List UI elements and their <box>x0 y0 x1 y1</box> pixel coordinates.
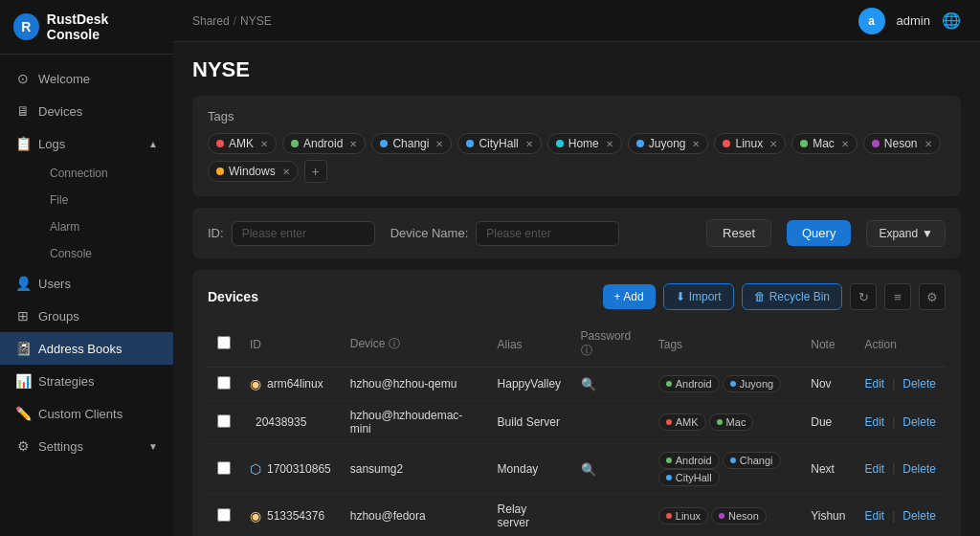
sidebar-item-custom-clients[interactable]: ✏️ Custom Clients <box>0 397 173 430</box>
tag-close-icon[interactable]: ✕ <box>349 139 357 149</box>
tag-windows[interactable]: Windows ✕ <box>208 161 299 182</box>
sidebar-item-address-books[interactable]: 📓 Address Books <box>0 332 173 365</box>
tag-close-icon[interactable]: ✕ <box>841 139 849 149</box>
row-checkbox[interactable] <box>217 376 231 390</box>
sidebar-item-users[interactable]: 👤 Users <box>0 267 173 300</box>
query-button[interactable]: Query <box>787 220 851 246</box>
tag-juyong[interactable]: Juyong ✕ <box>628 133 709 154</box>
os-icon: ◉ <box>250 508 261 524</box>
id-label: ID: <box>208 226 224 240</box>
import-button[interactable]: ⬇ Import <box>663 283 734 310</box>
sidebar-item-settings[interactable]: ⚙ Settings ▼ <box>0 430 173 462</box>
tag-dot <box>291 140 299 147</box>
expand-button[interactable]: Expand ▼ <box>866 220 946 247</box>
tag-amk[interactable]: AMK ✕ <box>208 133 277 154</box>
password-search-icon[interactable]: 🔍 <box>581 377 596 391</box>
tag-name: Mac <box>813 137 835 150</box>
device-hostname: sansumg2 <box>341 444 488 495</box>
tag-cityhall[interactable]: CityHall ✕ <box>457 133 541 154</box>
select-all-checkbox[interactable] <box>217 336 231 349</box>
tag-name: Home <box>568 137 599 150</box>
add-device-button[interactable]: + Add <box>603 284 656 309</box>
delete-link[interactable]: Delete <box>902 377 936 391</box>
delete-link[interactable]: Delete <box>902 462 936 476</box>
sidebar-item-welcome[interactable]: ⊙ Welcome <box>0 62 173 95</box>
row-checkbox[interactable] <box>217 461 231 475</box>
sidebar-item-label: Strategies <box>38 374 95 389</box>
app-logo: R <box>13 13 39 40</box>
sidebar-item-logs[interactable]: 📋 Logs ▲ <box>0 127 173 160</box>
language-icon[interactable]: 🌐 <box>942 11 961 30</box>
breadcrumb-sep: / <box>234 14 236 28</box>
columns-button[interactable]: ≡ <box>884 283 911 310</box>
tag-close-icon[interactable]: ✕ <box>435 139 443 149</box>
device-alias: Monday <box>488 444 571 495</box>
tag-close-icon[interactable]: ✕ <box>260 139 268 149</box>
tag-mac[interactable]: Mac ✕ <box>791 133 858 154</box>
device-actions: Edit | Delete <box>864 462 936 476</box>
tag-close-icon[interactable]: ✕ <box>924 139 932 149</box>
tag-dot <box>872 140 880 147</box>
device-tags: Android Changi CityHall <box>649 444 801 495</box>
reset-button[interactable]: Reset <box>706 219 771 247</box>
tag-name: AMK <box>229 137 254 150</box>
sidebar-item-console[interactable]: Console <box>38 240 173 267</box>
sidebar-item-groups[interactable]: ⊞ Groups <box>0 300 173 332</box>
row-checkbox[interactable] <box>217 508 231 522</box>
tag-home[interactable]: Home ✕ <box>547 133 622 154</box>
device-name-input[interactable] <box>476 221 619 246</box>
recycle-bin-icon: 🗑 <box>754 290 766 303</box>
password-search-icon[interactable]: 🔍 <box>581 462 596 477</box>
devices-icon: 🖥 <box>15 103 31 119</box>
tag-badge: Android <box>658 375 720 392</box>
strategies-icon: 📊 <box>15 373 31 389</box>
edit-link[interactable]: Edit <box>864 462 884 476</box>
sidebar-item-devices[interactable]: 🖥 Devices <box>0 95 173 127</box>
username-label: admin <box>897 13 930 28</box>
delete-link[interactable]: Delete <box>902 509 936 523</box>
sidebar-nav: ⊙ Welcome 🖥 Devices 📋 Logs ▲ Connection … <box>0 55 173 536</box>
address-books-icon: 📓 <box>15 341 31 356</box>
edit-link[interactable]: Edit <box>864 377 884 391</box>
tag-close-icon[interactable]: ✕ <box>282 167 290 177</box>
recycle-bin-button[interactable]: 🗑 Recycle Bin <box>742 283 842 310</box>
tag-close-icon[interactable]: ✕ <box>606 139 613 149</box>
table-row: ⬡ 1700310865 sansumg2 Monday 🔍 Android C… <box>208 444 946 495</box>
device-tags: Android Juyong <box>649 368 801 401</box>
device-id-value: 20438935 <box>256 415 306 429</box>
tag-android[interactable]: Android ✕ <box>282 133 366 154</box>
refresh-button[interactable]: ↻ <box>850 283 877 310</box>
tag-linux[interactable]: Linux ✕ <box>714 133 786 154</box>
tag-name: Changi <box>392 137 429 150</box>
add-tag-button[interactable]: + <box>304 160 327 183</box>
settings-table-button[interactable]: ⚙ <box>919 283 946 310</box>
tag-close-icon[interactable]: ✕ <box>525 139 533 149</box>
sidebar-item-label: Welcome <box>38 72 90 86</box>
tag-dot <box>636 140 644 147</box>
devices-section: Devices + Add ⬇ Import 🗑 Recycle Bin ↻ ≡… <box>192 270 961 536</box>
tag-neson[interactable]: Neson ✕ <box>863 133 941 154</box>
device-name-filter-group: Device Name: <box>390 221 620 246</box>
edit-link[interactable]: Edit <box>864 415 884 429</box>
edit-link[interactable]: Edit <box>864 509 884 523</box>
sidebar-item-strategies[interactable]: 📊 Strategies <box>0 365 173 397</box>
sidebar-item-connection[interactable]: Connection <box>38 160 173 187</box>
col-tags-extra <box>754 322 801 368</box>
tag-close-icon[interactable]: ✕ <box>769 139 777 149</box>
sidebar-item-alarm[interactable]: Alarm <box>38 213 173 240</box>
avatar: a <box>858 8 885 34</box>
sidebar-item-label: Users <box>38 277 71 291</box>
id-input[interactable] <box>232 221 375 246</box>
delete-link[interactable]: Delete <box>902 415 936 429</box>
tag-changi[interactable]: Changi ✕ <box>371 133 452 154</box>
sidebar-item-file[interactable]: File <box>38 187 173 213</box>
tag-name: Windows <box>229 165 276 178</box>
expand-chevron-icon: ▼ <box>922 227 933 240</box>
row-checkbox[interactable] <box>217 414 231 428</box>
col-password: Password ⓘ <box>571 322 649 368</box>
tag-close-icon[interactable]: ✕ <box>692 139 700 149</box>
tags-row: AMK ✕ Android ✕ Changi ✕ CityHall ✕ <box>208 133 946 183</box>
tag-badge: Neson <box>711 507 767 525</box>
tags-section: Tags AMK ✕ Android ✕ Changi ✕ <box>192 96 961 196</box>
device-alias: Relay server <box>488 495 571 537</box>
